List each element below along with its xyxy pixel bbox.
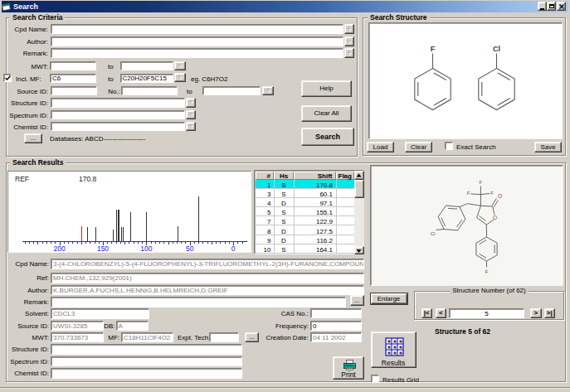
svg-text:200: 200 <box>54 244 66 252</box>
svg-text:F: F <box>467 191 470 196</box>
svg-text:F: F <box>480 180 483 185</box>
svg-text:F: F <box>490 191 494 196</box>
svg-text:O: O <box>493 215 497 220</box>
svg-text:150: 150 <box>97 244 109 252</box>
svg-text:0: 0 <box>231 244 236 252</box>
svg-text:100: 100 <box>140 244 152 252</box>
svg-text:170.8: 170.8 <box>79 175 97 183</box>
svg-text:O: O <box>498 193 502 199</box>
svg-text:50: 50 <box>186 244 194 252</box>
svg-text:F: F <box>431 45 436 53</box>
svg-text:Cl: Cl <box>493 45 500 53</box>
svg-text:F: F <box>485 269 489 274</box>
svg-text:Cl: Cl <box>431 231 436 236</box>
svg-text:REF: REF <box>15 175 29 183</box>
